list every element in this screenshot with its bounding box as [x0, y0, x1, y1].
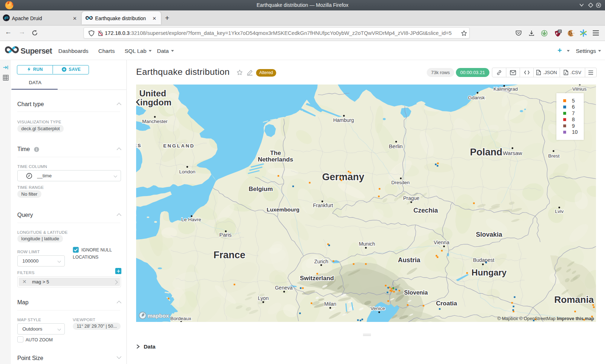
svg-text:Milan: Milan — [324, 301, 336, 307]
svg-text:France: France — [214, 250, 246, 260]
svg-text:Vienna: Vienna — [434, 240, 449, 245]
svg-text:Germany: Germany — [322, 172, 364, 182]
svg-text:10: 10 — [572, 129, 578, 135]
svg-text:mapbox: mapbox — [148, 313, 169, 319]
svg-text:Hamburg: Hamburg — [333, 117, 354, 123]
svg-text:The: The — [270, 150, 281, 156]
svg-text:Croatia: Croatia — [436, 300, 457, 307]
svg-text:Frankfurt: Frankfurt — [313, 203, 333, 208]
svg-text:Warsaw: Warsaw — [503, 150, 522, 156]
svg-text:Gdansk: Gdansk — [468, 95, 485, 100]
svg-text:Kaliningrad: Kaliningrad — [493, 86, 518, 92]
svg-text:2: 2 — [559, 29, 561, 33]
svg-text:5: 5 — [572, 98, 575, 104]
svg-text:ES: ES — [136, 143, 142, 148]
svg-text:Bordeaux: Bordeaux — [170, 316, 191, 321]
svg-text:Berlin: Berlin — [389, 143, 403, 149]
svg-text:Venice: Venice — [371, 306, 385, 311]
svg-text:9: 9 — [572, 123, 575, 129]
svg-text:Brest: Brest — [548, 153, 560, 159]
svg-text:Prague: Prague — [403, 195, 419, 201]
svg-text:Hungary: Hungary — [471, 268, 507, 277]
svg-text:Geneva: Geneva — [275, 285, 292, 291]
svg-text:8: 8 — [572, 117, 575, 122]
svg-text:6: 6 — [572, 104, 575, 110]
svg-text:Zurich: Zurich — [314, 259, 328, 264]
svg-text:Slovenia: Slovenia — [404, 290, 428, 296]
svg-text:Lyon: Lyon — [258, 295, 269, 301]
svg-text:Paris: Paris — [219, 232, 232, 238]
svg-text:Luxembourg: Luxembourg — [267, 206, 300, 213]
svg-text:United: United — [139, 88, 166, 98]
svg-text:Lviv: Lviv — [555, 209, 564, 214]
svg-text:ENGLAND: ENGLAND — [163, 143, 195, 149]
svg-text:Vilnius: Vilnius — [572, 86, 587, 92]
svg-text:7: 7 — [572, 110, 575, 116]
svg-text:London: London — [179, 169, 195, 174]
svg-text:Austria: Austria — [398, 256, 421, 264]
svg-text:Slovakia: Slovakia — [476, 231, 502, 238]
svg-text:Netherlands: Netherlands — [258, 156, 293, 163]
svg-text:© Mapbox © OpenStreetMap Impro: © Mapbox © OpenStreetMap Improve this ma… — [497, 316, 594, 321]
svg-text:Dresden: Dresden — [391, 180, 409, 185]
svg-text:Kingdom: Kingdom — [136, 97, 171, 107]
svg-text:Poland: Poland — [470, 147, 502, 158]
svg-text:Czechia: Czechia — [413, 207, 438, 214]
svg-text:Belgium: Belgium — [248, 186, 273, 192]
svg-text:Romania: Romania — [554, 294, 594, 305]
svg-text:Manchester: Manchester — [142, 119, 168, 124]
svg-text:Switzerland: Switzerland — [300, 275, 334, 282]
svg-text:Le Havre: Le Havre — [182, 217, 201, 222]
svg-text:Budapest: Budapest — [473, 257, 494, 263]
svg-text:Munich: Munich — [359, 241, 375, 247]
